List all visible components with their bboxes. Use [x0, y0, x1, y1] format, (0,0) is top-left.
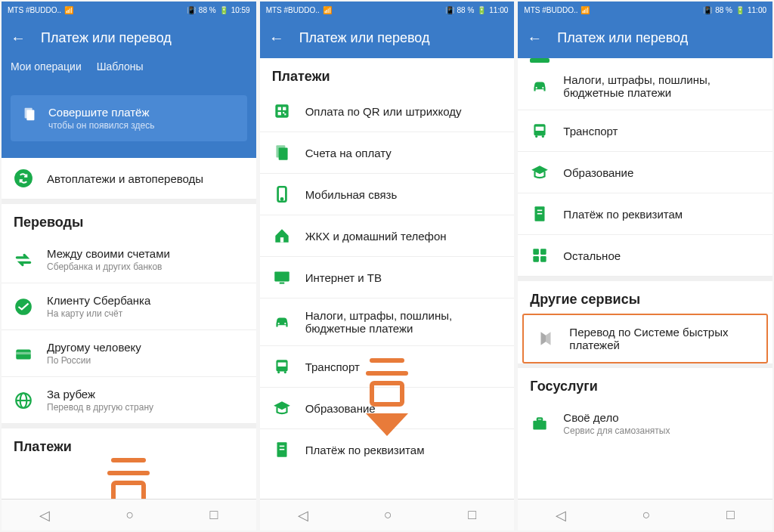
item-label: Другому человеку: [47, 341, 244, 354]
item-requisites[interactable]: Платёж по реквизитам: [260, 429, 515, 470]
hint-card[interactable]: Совершите платёж чтобы он появился здесь: [11, 95, 247, 141]
section-other-services: Другие сервисы: [518, 281, 772, 314]
item-requisites[interactable]: Платёж по реквизитам: [518, 193, 772, 235]
mobile-icon: [272, 184, 292, 204]
house-icon: [272, 226, 292, 246]
section-payments: Платежи: [2, 428, 256, 461]
item-sbp-transfer[interactable]: Перевод по Системе быстрых платежей: [522, 314, 768, 363]
back-button[interactable]: ←: [11, 29, 26, 47]
edu-icon: [272, 398, 292, 418]
time-label: 11:00: [489, 6, 508, 14]
grid-icon: [530, 246, 550, 265]
item-education[interactable]: Образование: [518, 152, 772, 193]
svg-rect-29: [279, 446, 284, 447]
svg-rect-39: [537, 210, 543, 212]
nav-home[interactable]: ○: [384, 507, 392, 523]
swap-icon: [14, 250, 33, 270]
nav-recent[interactable]: □: [468, 507, 476, 523]
navbar: ◁ ○ □: [518, 499, 772, 530]
section-gosuslugi: Госуслуги: [518, 368, 772, 401]
svg-rect-44: [540, 256, 546, 262]
item-autopay[interactable]: Автоплатежи и автопереводы: [2, 158, 256, 200]
nav-recent[interactable]: □: [210, 507, 218, 523]
car-icon: [272, 312, 292, 332]
hint-sub: чтобы он появился здесь: [48, 120, 155, 131]
item-bills[interactable]: Счета на оплату: [260, 132, 515, 174]
nav-back[interactable]: ◁: [556, 507, 566, 524]
item-between-accounts[interactable]: Между своими счетамиСбербанка и других б…: [2, 237, 256, 283]
page-title: Платеж или перевод: [557, 30, 688, 46]
svg-point-26: [277, 371, 280, 373]
time-label: 11:00: [748, 6, 766, 14]
item-sber-client[interactable]: Клиенту СбербанкаНа карту или счёт: [2, 283, 256, 330]
svg-rect-21: [279, 283, 284, 284]
item-label: Платёж по реквизитам: [305, 444, 503, 456]
tab-templates[interactable]: Шаблоны: [97, 60, 144, 73]
signal-icon: 📶: [580, 6, 590, 14]
nav-back[interactable]: ◁: [298, 507, 308, 524]
svg-point-23: [284, 323, 286, 324]
item-label: Остальное: [563, 249, 760, 262]
sber-icon: [14, 297, 33, 317]
screen-2: MTS #BUDDO..📶 📳88 %🔋11:00 ← Платеж или п…: [260, 2, 515, 530]
tab-operations[interactable]: Мои операции: [11, 60, 82, 73]
svg-rect-11: [283, 107, 286, 110]
item-sub: По России: [47, 355, 244, 366]
item-label: Оплата по QR или штрихкоду: [305, 105, 503, 118]
nav-home[interactable]: ○: [642, 507, 651, 523]
nav-back[interactable]: ◁: [39, 507, 50, 524]
vibrate-icon: 📳: [703, 6, 712, 14]
receipt-icon: [21, 106, 38, 122]
statusbar: MTS #BUDDO..📶 📳88 %🔋11:00: [260, 2, 515, 18]
svg-point-27: [283, 371, 286, 373]
page-title: Платеж или перевод: [299, 30, 430, 46]
item-transport[interactable]: Транспорт: [260, 346, 515, 388]
item-label: Счета на оплату: [305, 147, 503, 159]
svg-rect-5: [16, 351, 31, 354]
item-taxes[interactable]: Налоги, штрафы, пошлины, бюджетные плате…: [518, 63, 772, 110]
item-other-person[interactable]: Другому человекуПо России: [2, 330, 256, 377]
header: ← Платеж или перевод Мои операции Шаблон…: [2, 18, 256, 88]
item-taxes[interactable]: Налоги, штрафы, пошлины, бюджетные плате…: [260, 298, 515, 346]
item-qr[interactable]: Оплата по QR или штрихкоду: [260, 91, 515, 132]
nav-home[interactable]: ○: [125, 507, 134, 523]
header: ← Платеж или перевод: [518, 18, 772, 58]
hint-title: Совершите платёж: [48, 106, 155, 119]
item-other[interactable]: Остальное: [518, 235, 772, 277]
briefcase-icon: [530, 414, 550, 434]
item-abroad[interactable]: За рубежПеревод в другую страну: [2, 377, 256, 424]
item-label: Своё дело: [563, 411, 760, 424]
item-transport[interactable]: Транспорт: [518, 110, 772, 152]
item-own-business[interactable]: Своё делоСервис для самозанятых: [518, 401, 772, 447]
item-label: Мобильная связь: [305, 188, 503, 201]
sbp-icon: [536, 329, 556, 348]
svg-point-22: [277, 323, 279, 324]
item-label: ЖКХ и домашний телефон: [305, 230, 503, 243]
item-sub: Перевод в другую страну: [47, 402, 244, 413]
doc-icon: [272, 440, 292, 459]
svg-rect-14: [284, 113, 286, 115]
svg-point-36: [535, 135, 537, 138]
svg-rect-13: [283, 112, 284, 113]
item-utilities[interactable]: ЖКХ и домашний телефон: [260, 215, 515, 257]
svg-rect-1: [26, 110, 34, 121]
item-mobile[interactable]: Мобильная связь: [260, 174, 515, 215]
back-button[interactable]: ←: [269, 29, 284, 47]
nav-recent[interactable]: □: [726, 507, 735, 523]
svg-rect-10: [277, 107, 280, 110]
item-label: Перевод по Системе быстрых платежей: [569, 326, 754, 351]
back-button[interactable]: ←: [527, 29, 542, 47]
bus-icon: [530, 121, 550, 141]
svg-rect-43: [534, 256, 540, 262]
svg-rect-9: [275, 104, 288, 117]
refresh-icon: [14, 169, 33, 188]
svg-rect-45: [534, 420, 546, 429]
battery-label: 88 %: [199, 6, 216, 14]
carrier-label: MTS #BUDDO..: [8, 6, 61, 14]
svg-rect-19: [280, 237, 283, 243]
signal-icon: 📶: [64, 6, 73, 14]
item-internet[interactable]: Интернет и ТВ: [260, 257, 515, 298]
item-education[interactable]: Образование: [260, 388, 515, 429]
battery-label: 88 %: [715, 6, 732, 14]
item-label: Налоги, штрафы, пошлины, бюджетные плате…: [305, 309, 503, 335]
